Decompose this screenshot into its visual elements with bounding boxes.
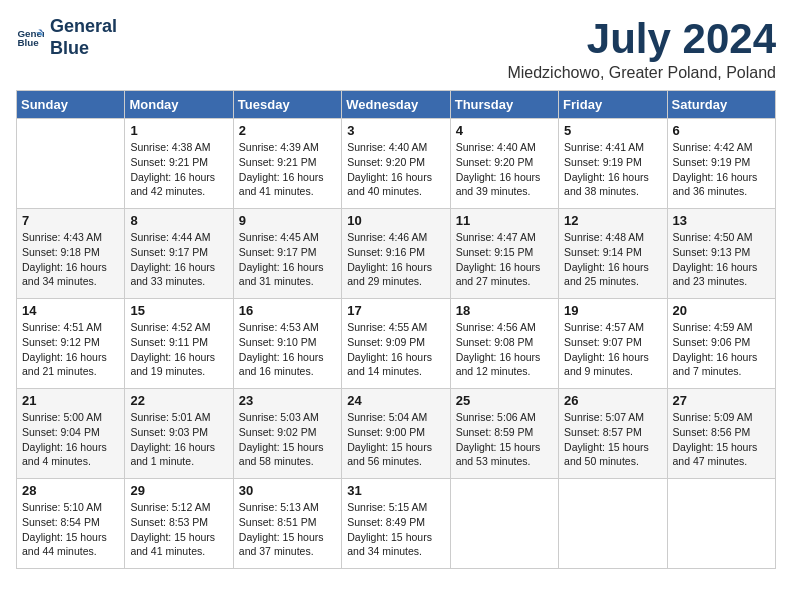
calendar-cell: 29Sunrise: 5:12 AMSunset: 8:53 PMDayligh… — [125, 479, 233, 569]
cell-info: Sunrise: 5:15 AMSunset: 8:49 PMDaylight:… — [347, 501, 432, 557]
calendar-week-1: 1Sunrise: 4:38 AMSunset: 9:21 PMDaylight… — [17, 119, 776, 209]
calendar-cell: 7Sunrise: 4:43 AMSunset: 9:18 PMDaylight… — [17, 209, 125, 299]
day-number: 14 — [22, 303, 119, 318]
day-number: 3 — [347, 123, 444, 138]
cell-info: Sunrise: 4:40 AMSunset: 9:20 PMDaylight:… — [456, 141, 541, 197]
weekday-header-friday: Friday — [559, 91, 667, 119]
cell-info: Sunrise: 4:53 AMSunset: 9:10 PMDaylight:… — [239, 321, 324, 377]
cell-info: Sunrise: 4:50 AMSunset: 9:13 PMDaylight:… — [673, 231, 758, 287]
cell-info: Sunrise: 4:47 AMSunset: 9:15 PMDaylight:… — [456, 231, 541, 287]
cell-info: Sunrise: 4:42 AMSunset: 9:19 PMDaylight:… — [673, 141, 758, 197]
day-number: 24 — [347, 393, 444, 408]
cell-info: Sunrise: 4:44 AMSunset: 9:17 PMDaylight:… — [130, 231, 215, 287]
day-number: 22 — [130, 393, 227, 408]
calendar-cell — [17, 119, 125, 209]
calendar-cell: 1Sunrise: 4:38 AMSunset: 9:21 PMDaylight… — [125, 119, 233, 209]
day-number: 15 — [130, 303, 227, 318]
calendar-cell: 10Sunrise: 4:46 AMSunset: 9:16 PMDayligh… — [342, 209, 450, 299]
location: Miedzichowo, Greater Poland, Poland — [507, 64, 776, 82]
day-number: 13 — [673, 213, 770, 228]
calendar-cell: 13Sunrise: 4:50 AMSunset: 9:13 PMDayligh… — [667, 209, 775, 299]
cell-info: Sunrise: 5:09 AMSunset: 8:56 PMDaylight:… — [673, 411, 758, 467]
calendar-cell: 26Sunrise: 5:07 AMSunset: 8:57 PMDayligh… — [559, 389, 667, 479]
day-number: 12 — [564, 213, 661, 228]
calendar-cell: 5Sunrise: 4:41 AMSunset: 9:19 PMDaylight… — [559, 119, 667, 209]
calendar-cell: 9Sunrise: 4:45 AMSunset: 9:17 PMDaylight… — [233, 209, 341, 299]
day-number: 11 — [456, 213, 553, 228]
cell-info: Sunrise: 4:57 AMSunset: 9:07 PMDaylight:… — [564, 321, 649, 377]
weekday-header-sunday: Sunday — [17, 91, 125, 119]
cell-info: Sunrise: 4:51 AMSunset: 9:12 PMDaylight:… — [22, 321, 107, 377]
calendar-cell: 11Sunrise: 4:47 AMSunset: 9:15 PMDayligh… — [450, 209, 558, 299]
calendar-cell: 6Sunrise: 4:42 AMSunset: 9:19 PMDaylight… — [667, 119, 775, 209]
day-number: 2 — [239, 123, 336, 138]
calendar-cell: 4Sunrise: 4:40 AMSunset: 9:20 PMDaylight… — [450, 119, 558, 209]
calendar-cell: 2Sunrise: 4:39 AMSunset: 9:21 PMDaylight… — [233, 119, 341, 209]
day-number: 27 — [673, 393, 770, 408]
day-number: 25 — [456, 393, 553, 408]
cell-info: Sunrise: 5:10 AMSunset: 8:54 PMDaylight:… — [22, 501, 107, 557]
day-number: 6 — [673, 123, 770, 138]
day-number: 10 — [347, 213, 444, 228]
day-number: 29 — [130, 483, 227, 498]
calendar-cell: 31Sunrise: 5:15 AMSunset: 8:49 PMDayligh… — [342, 479, 450, 569]
calendar-cell: 15Sunrise: 4:52 AMSunset: 9:11 PMDayligh… — [125, 299, 233, 389]
weekday-header-tuesday: Tuesday — [233, 91, 341, 119]
cell-info: Sunrise: 4:46 AMSunset: 9:16 PMDaylight:… — [347, 231, 432, 287]
calendar-cell: 17Sunrise: 4:55 AMSunset: 9:09 PMDayligh… — [342, 299, 450, 389]
month-title: July 2024 — [507, 16, 776, 62]
cell-info: Sunrise: 4:45 AMSunset: 9:17 PMDaylight:… — [239, 231, 324, 287]
cell-info: Sunrise: 5:12 AMSunset: 8:53 PMDaylight:… — [130, 501, 215, 557]
calendar-cell — [667, 479, 775, 569]
weekday-header-monday: Monday — [125, 91, 233, 119]
logo-blue: Blue — [50, 38, 117, 60]
cell-info: Sunrise: 5:03 AMSunset: 9:02 PMDaylight:… — [239, 411, 324, 467]
calendar-cell — [450, 479, 558, 569]
calendar-cell: 20Sunrise: 4:59 AMSunset: 9:06 PMDayligh… — [667, 299, 775, 389]
weekday-header-saturday: Saturday — [667, 91, 775, 119]
calendar-table: SundayMondayTuesdayWednesdayThursdayFrid… — [16, 90, 776, 569]
calendar-week-4: 21Sunrise: 5:00 AMSunset: 9:04 PMDayligh… — [17, 389, 776, 479]
day-number: 31 — [347, 483, 444, 498]
calendar-week-3: 14Sunrise: 4:51 AMSunset: 9:12 PMDayligh… — [17, 299, 776, 389]
cell-info: Sunrise: 5:07 AMSunset: 8:57 PMDaylight:… — [564, 411, 649, 467]
day-number: 17 — [347, 303, 444, 318]
day-number: 9 — [239, 213, 336, 228]
calendar-cell: 30Sunrise: 5:13 AMSunset: 8:51 PMDayligh… — [233, 479, 341, 569]
day-number: 18 — [456, 303, 553, 318]
day-number: 23 — [239, 393, 336, 408]
weekday-header-thursday: Thursday — [450, 91, 558, 119]
calendar-cell: 28Sunrise: 5:10 AMSunset: 8:54 PMDayligh… — [17, 479, 125, 569]
logo-general: General — [50, 16, 117, 38]
calendar-cell: 25Sunrise: 5:06 AMSunset: 8:59 PMDayligh… — [450, 389, 558, 479]
cell-info: Sunrise: 4:40 AMSunset: 9:20 PMDaylight:… — [347, 141, 432, 197]
cell-info: Sunrise: 4:48 AMSunset: 9:14 PMDaylight:… — [564, 231, 649, 287]
cell-info: Sunrise: 5:13 AMSunset: 8:51 PMDaylight:… — [239, 501, 324, 557]
calendar-cell: 27Sunrise: 5:09 AMSunset: 8:56 PMDayligh… — [667, 389, 775, 479]
calendar-cell: 23Sunrise: 5:03 AMSunset: 9:02 PMDayligh… — [233, 389, 341, 479]
calendar-cell: 14Sunrise: 4:51 AMSunset: 9:12 PMDayligh… — [17, 299, 125, 389]
calendar-cell: 18Sunrise: 4:56 AMSunset: 9:08 PMDayligh… — [450, 299, 558, 389]
calendar-cell: 12Sunrise: 4:48 AMSunset: 9:14 PMDayligh… — [559, 209, 667, 299]
calendar-cell: 8Sunrise: 4:44 AMSunset: 9:17 PMDaylight… — [125, 209, 233, 299]
calendar-cell: 3Sunrise: 4:40 AMSunset: 9:20 PMDaylight… — [342, 119, 450, 209]
cell-info: Sunrise: 4:38 AMSunset: 9:21 PMDaylight:… — [130, 141, 215, 197]
day-number: 7 — [22, 213, 119, 228]
cell-info: Sunrise: 5:01 AMSunset: 9:03 PMDaylight:… — [130, 411, 215, 467]
cell-info: Sunrise: 4:43 AMSunset: 9:18 PMDaylight:… — [22, 231, 107, 287]
calendar-week-5: 28Sunrise: 5:10 AMSunset: 8:54 PMDayligh… — [17, 479, 776, 569]
cell-info: Sunrise: 4:59 AMSunset: 9:06 PMDaylight:… — [673, 321, 758, 377]
calendar-week-2: 7Sunrise: 4:43 AMSunset: 9:18 PMDaylight… — [17, 209, 776, 299]
logo-icon: General Blue — [16, 24, 44, 52]
day-number: 1 — [130, 123, 227, 138]
cell-info: Sunrise: 4:55 AMSunset: 9:09 PMDaylight:… — [347, 321, 432, 377]
cell-info: Sunrise: 5:06 AMSunset: 8:59 PMDaylight:… — [456, 411, 541, 467]
title-block: July 2024 Miedzichowo, Greater Poland, P… — [507, 16, 776, 82]
calendar-cell: 21Sunrise: 5:00 AMSunset: 9:04 PMDayligh… — [17, 389, 125, 479]
calendar-cell — [559, 479, 667, 569]
day-number: 20 — [673, 303, 770, 318]
day-number: 19 — [564, 303, 661, 318]
cell-info: Sunrise: 5:00 AMSunset: 9:04 PMDaylight:… — [22, 411, 107, 467]
day-number: 4 — [456, 123, 553, 138]
weekday-header-row: SundayMondayTuesdayWednesdayThursdayFrid… — [17, 91, 776, 119]
